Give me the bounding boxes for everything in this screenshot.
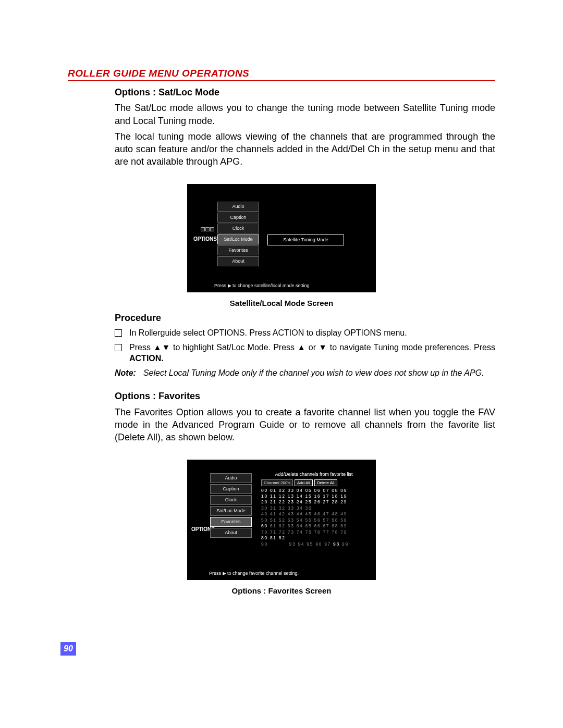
options-label: OPTIONS bbox=[193, 236, 217, 242]
section-header: ROLLER GUIDE MENU OPERATIONS bbox=[68, 68, 495, 81]
favorites-button-channel-s[interactable]: Channel 200's bbox=[261, 479, 293, 486]
procedure-heading: Procedure bbox=[115, 312, 495, 324]
figure2-caption: Options : Favorites Screen bbox=[68, 586, 495, 595]
menu-item-clock[interactable]: Clock bbox=[210, 495, 252, 505]
menu-item-clock[interactable]: Clock bbox=[217, 224, 259, 233]
hint-text: Press ▶ to change favorite channel setti… bbox=[209, 571, 299, 576]
cursor-hand-icon bbox=[195, 517, 211, 526]
favorites-channel-grid[interactable]: 00 01 02 03 04 05 06 07 08 0910 11 12 13… bbox=[261, 488, 366, 548]
procedure-step-2: Press ▲▼ to highlight Sat/Loc Mode. Pres… bbox=[129, 342, 495, 364]
favorites-button-add-all[interactable]: Add All bbox=[295, 479, 313, 486]
subhead-satloc: Options : Sat/Loc Mode bbox=[115, 86, 495, 98]
menu-item-audio[interactable]: Audio bbox=[217, 202, 259, 212]
favorites-button-delete-all[interactable]: Delete All bbox=[314, 479, 337, 486]
menu-item-favorites[interactable]: Favorites bbox=[217, 245, 259, 255]
subhead-favorites: Options : Favorites bbox=[115, 390, 495, 402]
figure-satloc-screen: OPTIONS AudioCaptionClockSat/Loc ModeFav… bbox=[187, 184, 376, 292]
procedure-step-2a: Press ▲▼ to highlight Sat/Loc Mode. Pres… bbox=[129, 343, 495, 352]
menu-item-sat-loc-mode[interactable]: Sat/Loc Mode bbox=[217, 235, 259, 244]
menu-item-caption[interactable]: Caption bbox=[210, 484, 252, 494]
note-label: Note: bbox=[115, 367, 136, 379]
procedure-step-2b: ACTION. bbox=[129, 354, 164, 363]
para-satloc-1: The Sat/Loc mode allows you to change th… bbox=[115, 102, 495, 127]
procedure-step-1: In Rollerguide select OPTIONS. Press ACT… bbox=[129, 327, 495, 339]
hint-text: Press ▶ to change satellite/local mode s… bbox=[214, 283, 310, 288]
checkbox-icon bbox=[115, 329, 122, 337]
figure-favorites-screen: OPTIONS AudioCaptionClockSat/Loc ModeFav… bbox=[187, 460, 376, 580]
favorites-panel-title: Add/Delete channels from favorite list bbox=[261, 472, 366, 477]
page-number: 90 bbox=[60, 642, 76, 656]
menu-item-favorites[interactable]: Favorites bbox=[210, 517, 252, 527]
para-satloc-2: The local tuning mode allows viewing of … bbox=[115, 130, 495, 168]
note-text: Select Local Tuning Mode only if the cha… bbox=[143, 367, 495, 379]
figure1-caption: Satellite/Local Mode Screen bbox=[68, 299, 495, 307]
satloc-value[interactable]: Satellite Tuning Mode bbox=[267, 235, 344, 245]
checkbox-icon bbox=[115, 344, 122, 351]
para-favorites: The Favorites Option allows you to creat… bbox=[115, 406, 495, 444]
menu-item-audio[interactable]: Audio bbox=[210, 473, 252, 483]
menu-item-caption[interactable]: Caption bbox=[217, 213, 259, 223]
menu-item-sat-loc-mode[interactable]: Sat/Loc Mode bbox=[210, 506, 252, 516]
cursor-hand-icon bbox=[201, 227, 216, 236]
menu-item-about[interactable]: About bbox=[217, 256, 259, 266]
menu-item-about[interactable]: About bbox=[210, 528, 252, 538]
